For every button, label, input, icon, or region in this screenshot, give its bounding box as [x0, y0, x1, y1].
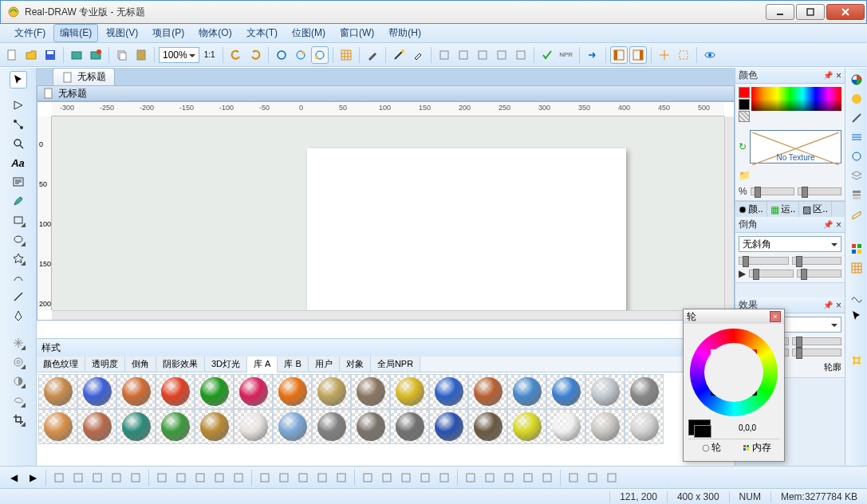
text-tool[interactable]: Aa	[10, 154, 27, 171]
effect3-tool[interactable]	[10, 372, 27, 390]
bb-tool-3[interactable]	[108, 469, 125, 486]
bb-tool-27[interactable]	[603, 469, 621, 486]
style-swatch[interactable]	[77, 409, 116, 444]
bb-tool-20[interactable]	[462, 469, 479, 486]
panel-close-icon[interactable]: ×	[836, 70, 841, 81]
minimize-button[interactable]	[766, 4, 794, 20]
style-swatch[interactable]	[625, 374, 664, 409]
redo-button[interactable]	[246, 46, 264, 64]
circle2-icon[interactable]	[292, 46, 309, 64]
menu-window[interactable]: 窗口(W)	[333, 24, 380, 42]
rt-lines-icon[interactable]	[848, 128, 865, 146]
effect-slider2[interactable]	[792, 337, 842, 345]
package-button[interactable]	[68, 46, 85, 64]
color-picker[interactable]	[751, 87, 841, 111]
panel-close-icon[interactable]: ×	[836, 219, 841, 230]
freehand-tool[interactable]	[10, 269, 27, 286]
style-tab-2[interactable]: 倒角	[125, 356, 156, 372]
bevel-slider4[interactable]	[797, 270, 841, 278]
bb-tool-19[interactable]	[435, 469, 453, 486]
style-swatch[interactable]	[625, 409, 664, 444]
layout2-icon[interactable]	[629, 46, 647, 64]
style-tab-7[interactable]: 用户	[309, 356, 340, 372]
style-swatch[interactable]	[156, 409, 195, 444]
bb-tool-1[interactable]	[69, 469, 87, 486]
opacity-slider[interactable]	[751, 187, 794, 195]
style-swatch[interactable]	[585, 374, 625, 409]
circle3-icon[interactable]	[311, 46, 329, 64]
tab-region[interactable]: ▨区..	[799, 202, 832, 217]
bb-tool-15[interactable]	[359, 469, 376, 486]
style-tab-1[interactable]: 透明度	[85, 356, 125, 372]
npr-icon[interactable]: NPR	[558, 46, 575, 64]
menu-text[interactable]: 文本(T)	[240, 24, 284, 42]
style-swatch[interactable]	[116, 409, 156, 444]
rt-cursor-icon[interactable]	[848, 307, 865, 325]
bb-tool-5[interactable]	[153, 469, 171, 486]
style-tab-5[interactable]: 库 A	[247, 356, 278, 372]
float-tab-wheel[interactable]: 轮	[688, 439, 734, 456]
brush1-icon[interactable]	[364, 46, 381, 64]
style-swatch[interactable]	[116, 374, 156, 409]
pin-icon[interactable]: 📌	[823, 220, 833, 229]
style-swatch[interactable]	[273, 374, 312, 409]
maximize-button[interactable]	[796, 4, 825, 20]
style-swatch[interactable]	[429, 409, 468, 444]
sel-icon[interactable]	[675, 46, 692, 64]
bb-tool-6[interactable]	[172, 469, 190, 486]
play-icon[interactable]: ▶	[739, 268, 746, 279]
style-swatch[interactable]	[234, 409, 273, 444]
layout1-icon[interactable]	[610, 46, 628, 64]
float-close-button[interactable]: ×	[770, 311, 781, 322]
ratio-button[interactable]: 1:1	[201, 46, 219, 64]
rt-curve-icon[interactable]	[848, 288, 865, 305]
package2-button[interactable]	[87, 46, 104, 64]
save-button[interactable]	[41, 46, 59, 64]
bb-tool-0[interactable]	[50, 469, 68, 486]
effect2-tool[interactable]	[10, 353, 27, 371]
undo-button[interactable]	[227, 46, 245, 64]
bb-tool-26[interactable]	[584, 469, 601, 486]
bb-tool-17[interactable]	[397, 469, 415, 486]
zoom-tool[interactable]	[10, 135, 27, 152]
bb-tool-7[interactable]	[191, 469, 209, 486]
style-swatch[interactable]	[312, 374, 351, 409]
bb-tool-8[interactable]	[211, 469, 228, 486]
wand-icon[interactable]	[390, 46, 408, 64]
zoom-combo[interactable]: 100%	[159, 47, 199, 63]
para-tool[interactable]	[10, 173, 27, 191]
rt-pen-icon[interactable]	[848, 109, 865, 127]
style-tab-4[interactable]: 3D灯光	[205, 356, 247, 372]
style-swatch[interactable]	[507, 409, 546, 444]
bb-tool-25[interactable]	[565, 469, 582, 486]
bb-tool-16[interactable]	[378, 469, 396, 486]
bevel-combo[interactable]: 无斜角	[739, 236, 841, 252]
bb-tool-12[interactable]	[294, 469, 312, 486]
style-swatch[interactable]	[390, 409, 429, 444]
circle1-icon[interactable]	[273, 46, 290, 64]
style-swatch[interactable]	[234, 374, 273, 409]
bb-tool-11[interactable]	[275, 469, 293, 486]
texture-box[interactable]: No Texture	[750, 130, 841, 163]
style-tab-0[interactable]: 颜色纹理	[37, 356, 85, 372]
style-swatch[interactable]	[156, 374, 195, 409]
eye-icon[interactable]	[701, 46, 719, 64]
menu-help[interactable]: 帮助(H)	[382, 24, 428, 42]
bb-tool-2[interactable]	[89, 469, 106, 486]
bb-tool-18[interactable]	[416, 469, 434, 486]
bb-tool-23[interactable]	[519, 469, 537, 486]
vscroll[interactable]	[724, 116, 734, 310]
bg-swatch[interactable]	[739, 99, 750, 110]
pen-tool[interactable]	[10, 307, 27, 325]
bb-tool-24[interactable]	[538, 469, 556, 486]
bb-tool-9[interactable]	[230, 469, 247, 486]
rt-circle-icon[interactable]	[848, 148, 865, 165]
canvas-area[interactable]: -300-250-200-150-100-5005010015020025030…	[37, 101, 735, 321]
style-tab-8[interactable]: 对象	[340, 356, 371, 372]
style-swatch[interactable]	[38, 374, 77, 409]
menu-edit[interactable]: 编辑(E)	[53, 24, 98, 42]
shape-tool[interactable]	[10, 96, 27, 114]
copy-button[interactable]	[113, 46, 131, 64]
style-swatch[interactable]	[429, 374, 468, 409]
style-swatch[interactable]	[195, 374, 234, 409]
